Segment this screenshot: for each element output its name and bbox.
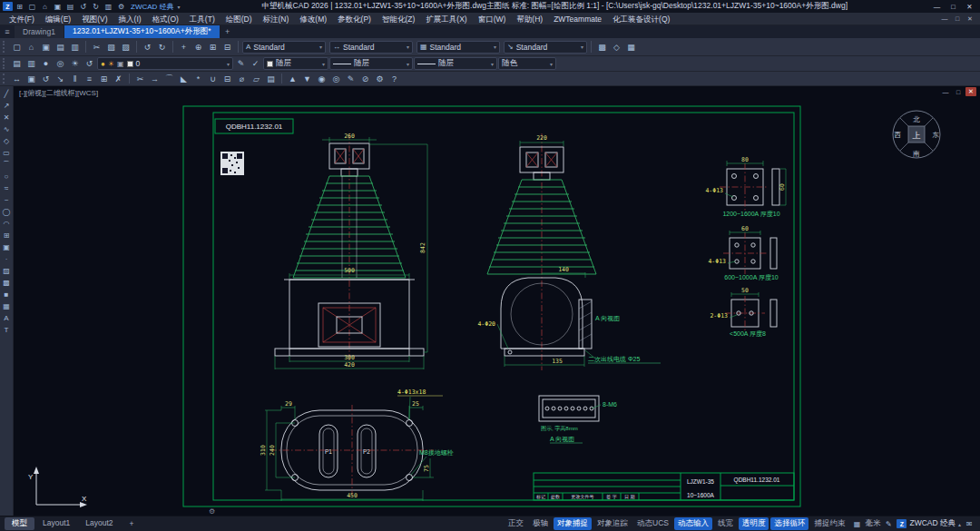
- ungroup-icon[interactable]: ◎: [329, 73, 343, 85]
- units-indicator[interactable]: 毫米: [865, 518, 880, 529]
- chat-icon[interactable]: ✉: [963, 518, 975, 529]
- maximize-button[interactable]: □: [946, 1, 961, 12]
- chamfer-icon[interactable]: ◣: [177, 73, 191, 85]
- mtext-icon[interactable]: A: [1, 312, 13, 323]
- toggle-otrack[interactable]: 对象追踪: [593, 517, 632, 530]
- display-settings-icon[interactable]: ▦: [850, 518, 863, 529]
- group-icon[interactable]: ◉: [315, 73, 328, 85]
- doc-close-button[interactable]: ✕: [964, 14, 976, 24]
- menu-item[interactable]: 智能化(Z): [377, 13, 420, 25]
- color-combo[interactable]: 随层 ▾: [263, 57, 328, 70]
- layer-states-icon[interactable]: ▥: [24, 57, 38, 70]
- purge-icon[interactable]: ⊘: [358, 73, 372, 85]
- viewport-minimize-button[interactable]: —: [940, 87, 951, 96]
- redo-icon[interactable]: ↻: [155, 41, 169, 54]
- mirror-icon[interactable]: ‖: [68, 73, 82, 85]
- print-icon[interactable]: ▤: [64, 1, 76, 12]
- new-tab-button[interactable]: +: [220, 25, 235, 38]
- properties-icon[interactable]: ▩: [595, 41, 609, 54]
- plot-icon[interactable]: ▤: [54, 41, 67, 54]
- viewport-close-button[interactable]: ✕: [965, 87, 976, 96]
- toggle-polar[interactable]: 极轴: [529, 517, 552, 530]
- menu-item[interactable]: 插入(I): [113, 13, 147, 25]
- cut-icon[interactable]: ✂: [90, 41, 103, 54]
- new-file-icon[interactable]: ▢: [10, 41, 24, 54]
- toggle-dynamic-ucs[interactable]: 动态UCS: [633, 517, 672, 530]
- extend-icon[interactable]: →: [148, 73, 162, 85]
- toggle-osnap[interactable]: 对象捕捉: [554, 517, 592, 530]
- gear-icon[interactable]: ⚙: [209, 507, 215, 516]
- revision-cloud-icon[interactable]: ≈: [1, 182, 13, 193]
- region-icon[interactable]: ■: [1, 289, 13, 300]
- measure-icon[interactable]: ⌀: [235, 73, 249, 85]
- linetype-combo[interactable]: 随层 ▾: [329, 57, 413, 70]
- lineweight-combo[interactable]: 随层 ▾: [414, 57, 497, 70]
- draw-order-back-icon[interactable]: ▼: [300, 73, 314, 85]
- break-icon[interactable]: ⊟: [220, 73, 234, 85]
- workspace-switcher[interactable]: Z ZWCAD 经典 ▴: [897, 518, 961, 529]
- move-icon[interactable]: ↔: [10, 73, 24, 85]
- toggle-transparency[interactable]: 透明度: [739, 517, 769, 530]
- options-icon[interactable]: ⚙: [373, 73, 387, 85]
- plot-style-combo[interactable]: 随色 ▾: [498, 57, 556, 70]
- layer-previous-icon[interactable]: ↺: [83, 57, 96, 70]
- layer-combo[interactable]: ● ☀ ▣ 0 ▾: [97, 57, 233, 70]
- new-file-icon[interactable]: ▢: [26, 1, 38, 12]
- text-style-combo[interactable]: A Standard ▾: [242, 41, 326, 54]
- zoom-previous-icon[interactable]: ⊟: [220, 41, 234, 54]
- layer-off-icon[interactable]: ●: [39, 57, 53, 70]
- doc-restore-button[interactable]: □: [951, 14, 964, 24]
- add-layout-button[interactable]: +: [122, 518, 142, 529]
- clean-screen-icon[interactable]: ✎: [882, 518, 895, 529]
- offset-icon[interactable]: ≡: [83, 73, 96, 85]
- layer-properties-icon[interactable]: ▤: [10, 57, 24, 70]
- menu-item[interactable]: 标注(N): [258, 13, 295, 25]
- menu-item[interactable]: 帮助(H): [511, 13, 548, 25]
- tab-layout2[interactable]: Layout2: [78, 517, 120, 530]
- ellipse-icon[interactable]: ◯: [1, 206, 13, 217]
- save-icon[interactable]: ▣: [52, 1, 64, 12]
- menu-item[interactable]: 编辑(E): [40, 13, 76, 25]
- copy-object-icon[interactable]: ▣: [24, 73, 38, 85]
- doc-tab-current[interactable]: 1232.01+LJZW1-35+10~1600A+外形图*: [64, 25, 220, 38]
- join-icon[interactable]: ∪: [206, 73, 220, 85]
- toolbar-grip[interactable]: [3, 74, 6, 84]
- tool-palettes-icon[interactable]: ▦: [624, 41, 638, 54]
- insert-block-icon[interactable]: ⊞: [1, 230, 13, 241]
- minimize-button[interactable]: —: [929, 1, 945, 12]
- spline-icon[interactable]: ~: [1, 194, 13, 205]
- save-icon[interactable]: ▣: [39, 41, 53, 54]
- toggle-lineweight[interactable]: 线宽: [714, 517, 737, 530]
- make-layer-current-icon[interactable]: ✓: [249, 57, 262, 70]
- menu-item[interactable]: 绘图(D): [220, 13, 258, 25]
- app-grid-icon[interactable]: ⊞: [14, 1, 25, 12]
- settings-icon[interactable]: ⚙: [115, 1, 127, 12]
- undo-icon[interactable]: ↺: [77, 1, 89, 12]
- tab-model[interactable]: 模型: [5, 517, 34, 530]
- hatch-icon[interactable]: ▨: [1, 265, 13, 276]
- make-block-icon[interactable]: ▣: [1, 241, 13, 252]
- erase-icon[interactable]: ✗: [112, 73, 125, 85]
- gradient-icon[interactable]: ▩: [1, 277, 13, 288]
- workspace-badge[interactable]: ZWCAD 经典: [128, 2, 177, 12]
- polygon-icon[interactable]: ◇: [1, 135, 13, 146]
- rectangle-icon[interactable]: ▭: [1, 147, 13, 158]
- line-icon[interactable]: ╱: [1, 88, 13, 99]
- layer-freeze-icon[interactable]: ☀: [68, 57, 82, 70]
- mleader-style-combo[interactable]: ↘ Standard ▾: [504, 41, 587, 54]
- draw-order-front-icon[interactable]: ▲: [286, 73, 299, 85]
- menu-item[interactable]: 视图(V): [76, 13, 113, 25]
- toggle-snap-constraint[interactable]: 捕捉约束: [810, 517, 848, 530]
- construction-line-icon[interactable]: ✕: [1, 112, 13, 123]
- tab-layout1[interactable]: Layout1: [35, 517, 77, 530]
- trim-icon[interactable]: ✂: [133, 73, 147, 85]
- toolbar-grip[interactable]: [3, 58, 6, 68]
- drawing-canvas[interactable]: [-][俯视][二维线框][WCS] — □ ✕ QDBH11.1232.01: [14, 86, 980, 516]
- fillet-icon[interactable]: ⌒: [162, 73, 176, 85]
- paste-icon[interactable]: ▨: [119, 41, 132, 54]
- toggle-selection-cycling[interactable]: 选择循环: [770, 517, 808, 530]
- drawing-viewport[interactable]: QDBH11.1232.01 北 南 西 东 上: [14, 86, 980, 516]
- zoom-window-icon[interactable]: ⊞: [206, 41, 220, 54]
- menu-item[interactable]: 窗口(W): [473, 13, 512, 25]
- pan-icon[interactable]: +: [177, 41, 191, 54]
